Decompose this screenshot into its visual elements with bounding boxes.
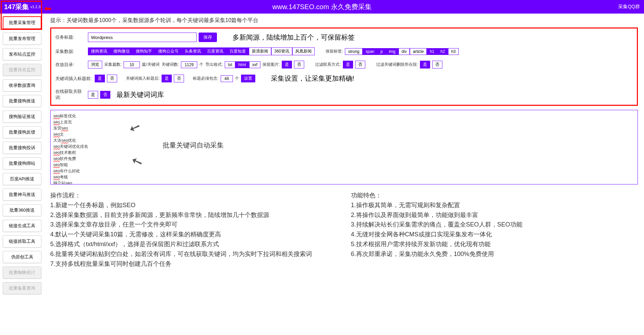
hint-text: 提示：关键词数最多1000个，采集数据源多个轮训，每个关键词最多采集10篇每个平… (50, 17, 638, 24)
delkw-label: 过滤关键词删除所在段: (376, 62, 418, 67)
after-yes[interactable]: 是 (162, 75, 172, 82)
source-option[interactable]: 百度知道 (226, 47, 249, 55)
keyword-line: seo关键词优化排名 (53, 143, 635, 150)
source-label: 采集数据: (55, 48, 86, 55)
sidebar-item[interactable]: 搜狗验证推送 (3, 111, 41, 123)
instruction-line: 5.选择格式（txt/html/xxf），选择是否保留图片和过滤联系方式 (50, 239, 337, 249)
sidebar-item[interactable]: 批量360推送 (3, 204, 41, 216)
app-version: v1.2.3 (30, 5, 40, 9)
before-yes[interactable]: 是 (95, 75, 105, 82)
sidebar-item[interactable]: 链接抓取工具 (3, 235, 41, 248)
fmt-label: 导出格式: (205, 62, 223, 67)
tag-option[interactable]: span (363, 48, 378, 55)
header-slogan: www.147SEO.com 永久免费采集 (272, 2, 371, 12)
online-no[interactable]: 否 (100, 91, 110, 99)
sidebar-item[interactable]: 百度API推送 (3, 173, 41, 185)
contact-label: 过滤联系方式: (315, 62, 341, 67)
browse-button[interactable]: 浏览 (88, 61, 102, 68)
source-option[interactable]: 搜狗公众号 (155, 47, 182, 55)
instruction-line: 3.选择采集文章存放目录，任意一个文件夹即可 (50, 220, 337, 230)
source-option[interactable]: 百度资讯 (204, 47, 226, 55)
sidebar-item: 批量备案查询 (3, 282, 41, 294)
keyword-line: seo考核 (53, 174, 635, 180)
instruction-line: 1.操作极其简单，无需写规则和复杂配置 (351, 200, 638, 210)
keyword-textarea[interactable]: seo标签优化seo上首页东营seoseo文大连seo优化seo关键词优化排名s… (50, 110, 638, 184)
task-title-label: 任务标题: (55, 34, 86, 40)
sidebar-item[interactable]: 批量采集管理 (3, 16, 41, 29)
source-option[interactable]: 搜狗知乎 (133, 47, 155, 55)
ops-column: 操作流程： 1.新建一个任务标题，例如SEO2.选择采集数据源，目前支持多新闻源… (50, 191, 337, 269)
before-no[interactable]: 否 (107, 75, 117, 82)
sidebar-item[interactable]: 链接生成工具 (3, 220, 41, 232)
count-unit: 篇/关键词 (142, 62, 159, 67)
tag-option[interactable]: strong (345, 48, 362, 55)
source-option[interactable]: 搜狗微信 (110, 47, 133, 55)
format-option[interactable]: html (235, 61, 249, 68)
source-option[interactable]: 凤凰新闻 (292, 47, 315, 55)
keyword-line: 大连seo优化 (53, 137, 635, 143)
delkw-no[interactable]: 否 (432, 61, 442, 68)
app-title: 147采集 (4, 2, 29, 12)
filter-contact-yes[interactable]: 是 (343, 61, 353, 68)
tag-option[interactable]: h2 (438, 48, 448, 55)
instructions: 操作流程： 1.新建一个任务标题，例如SEO2.选择采集数据源，目前支持多新闻源… (50, 191, 638, 269)
qq-group-link[interactable]: 采集QQ群 (618, 4, 640, 10)
source-option[interactable]: 头条资讯 (182, 47, 204, 55)
instruction-line: 5.技术根据用户需求持续开发新功能，优化现有功能 (351, 239, 638, 249)
format-option[interactable]: xxf (249, 61, 260, 68)
tag-option[interactable]: p (378, 48, 386, 55)
settings-panel: 任务标题: 保存 多新闻源，陆续增加上百个，可保留标签 采集数据: 搜狗资讯搜狗… (50, 27, 638, 106)
sidebar-item[interactable]: 发布站点监控 (3, 48, 41, 60)
source-option[interactable]: 搜狗资讯 (88, 47, 110, 55)
format-option[interactable]: txt (225, 61, 235, 68)
tag-option[interactable]: div (399, 48, 410, 55)
count-input[interactable] (124, 61, 140, 68)
keep-tag-label: 保留标签: (326, 48, 343, 54)
filter-contact-no[interactable]: 否 (355, 61, 365, 68)
must-set-button[interactable]: 设置 (241, 75, 255, 82)
tag-option[interactable]: article (410, 48, 427, 55)
sidebar-item[interactable]: 伪原创工具 (3, 251, 41, 263)
tag-option[interactable]: h1 (427, 48, 437, 55)
sidebar-item[interactable]: 批量搜狗投诉 (3, 142, 41, 154)
kw-count-label: 关键词数: (162, 62, 179, 67)
online-yes[interactable]: 是 (88, 91, 98, 99)
keyword-line: seo标签优化 (53, 113, 635, 119)
instruction-line: 2.将操作以及界面做到最简单，功能做到最丰富 (351, 210, 638, 220)
online-kw-label: 在线获取关联词: (55, 88, 86, 101)
sidebar-item[interactable]: 批量搜狗推送 (3, 95, 41, 107)
img-label: 保留图片: (262, 62, 280, 67)
save-button[interactable]: 保存 (199, 33, 217, 42)
after-title-label: 关键词插入标题后: (126, 76, 160, 81)
keep-img-no[interactable]: 否 (294, 61, 304, 68)
before-title-label: 关键词插入标题前: (55, 76, 93, 82)
keep-img-yes[interactable]: 是 (282, 61, 292, 68)
kw-unit: 个 (199, 62, 203, 67)
instruction-line: 7.支持多线程批量采集可同时创建几百个任务 (50, 259, 337, 269)
sidebar-item[interactable]: 批量搜狗反馈 (3, 126, 41, 138)
app-header: 147采集 v1.2.3 www.147SEO.com 永久免费采集 采集QQ群 (0, 0, 644, 14)
instruction-line: 4.默认一个关键词采集10篇，无需修改，这样采集的精确度更高 (50, 230, 337, 239)
instruction-line: 2.选择采集数据源，目前支持多新闻源，更新频率非常快，陆续增加几十个数据源 (50, 210, 337, 220)
source-option[interactable]: 360资讯 (271, 47, 292, 55)
must-unit: 个 (235, 76, 239, 81)
instruction-line: 3.持续解决站长们采集需求的痛点，覆盖全SEO人群，SEO功能 (351, 220, 638, 230)
tag-option[interactable]: h3 (448, 48, 459, 55)
kw-count-input[interactable] (181, 61, 197, 68)
delkw-yes[interactable]: 是 (420, 61, 430, 68)
sidebar-item: 批量排名监控 (3, 64, 41, 76)
sidebar-item[interactable]: 批量神马推送 (3, 189, 41, 201)
sidebar-item[interactable]: 批量搜狗绑站 (3, 157, 41, 170)
after-no[interactable]: 否 (174, 75, 184, 82)
sidebar-item[interactable]: 批量发布管理 (3, 33, 41, 45)
task-title-input[interactable] (88, 33, 197, 42)
sidebar-item[interactable]: 收录数据查询 (3, 79, 41, 92)
annotation-kwlib: 最新关键词词库 (116, 90, 164, 99)
must-label: 标题必须包含: (193, 76, 218, 81)
tag-option[interactable]: img (386, 48, 398, 55)
source-option[interactable]: 新浪新闻 (249, 47, 271, 55)
instruction-line: 6.再次郑重承诺，采集功能永久免费，100%免费使用 (351, 249, 638, 259)
instruction-line: 6.批量将关键词粘贴到空白处，如若没有词库，可在线获取关键词，均为实时下拉词和相… (50, 249, 337, 259)
must-input[interactable] (221, 75, 233, 82)
sidebar: 批量采集管理批量发布管理发布站点监控批量排名监控收录数据查询批量搜狗推送搜狗验证… (0, 14, 44, 300)
